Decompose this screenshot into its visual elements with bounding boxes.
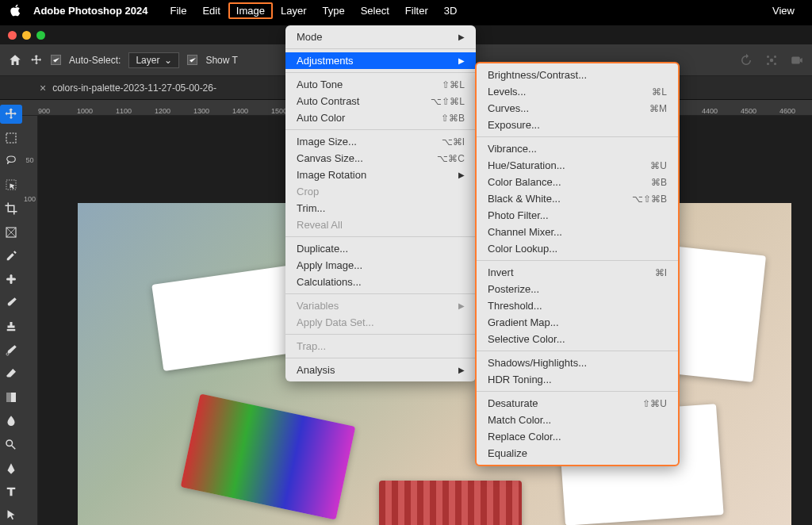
- window-close-button[interactable]: [8, 31, 17, 40]
- home-icon[interactable]: [8, 53, 22, 67]
- menu-item[interactable]: Replace Color...: [477, 428, 678, 445]
- svg-point-4: [774, 63, 776, 65]
- image-content: [151, 265, 305, 371]
- menu-item[interactable]: Trim...: [285, 200, 476, 217]
- menu-item[interactable]: Shadows/Highlights...: [477, 354, 678, 371]
- path-select-tool[interactable]: [0, 506, 22, 525]
- showtransform-checkbox[interactable]: [187, 55, 197, 65]
- menu-3d[interactable]: 3D: [436, 2, 465, 19]
- crop-tool[interactable]: [0, 199, 22, 218]
- svg-point-14: [6, 440, 13, 446]
- menu-item[interactable]: Photo Filter...: [477, 207, 678, 224]
- marquee-tool[interactable]: [0, 128, 22, 148]
- ruler-vertical: 50100: [22, 116, 38, 525]
- menu-item[interactable]: Image Size...⌥⌘I: [285, 133, 476, 150]
- menu-layer[interactable]: Layer: [273, 2, 315, 19]
- menu-item[interactable]: Match Color...: [477, 412, 678, 428]
- menu-item[interactable]: Levels...⌘L: [477, 83, 678, 100]
- menu-image[interactable]: Image: [228, 2, 273, 19]
- healing-tool[interactable]: [0, 270, 22, 289]
- menu-item[interactable]: Invert⌘I: [477, 264, 678, 281]
- menu-item[interactable]: Channel Mixer...: [477, 224, 678, 240]
- macos-menubar: Adobe Photoshop 2024 File Edit Image Lay…: [0, 0, 812, 21]
- layer-select[interactable]: Layer⌄: [128, 52, 179, 68]
- menu-item[interactable]: Mode▶: [285, 29, 476, 45]
- menu-item[interactable]: Color Lookup...: [477, 240, 678, 257]
- menu-item[interactable]: Apply Image...: [285, 257, 476, 274]
- menu-item[interactable]: Auto Contrast⌥⇧⌘L: [285, 93, 476, 109]
- dodge-tool[interactable]: [0, 435, 22, 454]
- history-brush-tool[interactable]: [0, 341, 22, 360]
- frame-tool[interactable]: [0, 223, 22, 242]
- menu-item: Crop: [285, 183, 476, 200]
- menu-item[interactable]: Auto Tone⇧⌘L: [285, 76, 476, 93]
- autoselect-checkbox[interactable]: [51, 55, 61, 65]
- pen-tool[interactable]: [0, 459, 22, 478]
- menu-item[interactable]: Brightness/Contrast...: [477, 67, 678, 83]
- menu-item[interactable]: Curves...⌘M: [477, 100, 678, 117]
- menu-item[interactable]: Posterize...: [477, 281, 678, 297]
- svg-rect-6: [6, 133, 16, 143]
- menu-item: Variables▶: [285, 297, 476, 314]
- menu-item[interactable]: Color Balance...⌘B: [477, 174, 678, 190]
- menu-item[interactable]: Desaturate⇧⌘U: [477, 395, 678, 412]
- menu-item[interactable]: Gradient Map...: [477, 314, 678, 331]
- brush-tool[interactable]: [0, 293, 22, 312]
- window-minimize-button[interactable]: [22, 31, 31, 40]
- svg-rect-5: [791, 56, 800, 63]
- menu-select[interactable]: Select: [353, 2, 397, 19]
- showtransform-label: Show T: [205, 55, 237, 66]
- menu-item[interactable]: Hue/Saturation...⌘U: [477, 157, 678, 174]
- menu-item[interactable]: Selective Color...: [477, 331, 678, 347]
- menu-item[interactable]: HDR Toning...: [477, 371, 678, 388]
- menu-item[interactable]: Duplicate...: [285, 240, 476, 257]
- lasso-tool[interactable]: [0, 152, 22, 171]
- menu-edit[interactable]: Edit: [194, 2, 228, 19]
- menu-item[interactable]: Threshold...: [477, 297, 678, 314]
- camera-icon[interactable]: [790, 53, 804, 67]
- refresh-icon[interactable]: [739, 53, 753, 67]
- svg-point-2: [774, 56, 776, 58]
- menu-file[interactable]: File: [162, 2, 194, 19]
- menu-filter[interactable]: Filter: [397, 2, 436, 19]
- tab-filename[interactable]: colors-in-palette-2023-11-27-05-00-26-: [52, 82, 216, 94]
- menu-item[interactable]: Adjustments▶: [285, 52, 476, 69]
- 3d-icon[interactable]: [764, 53, 779, 67]
- gradient-tool[interactable]: [0, 388, 22, 407]
- svg-point-1: [767, 56, 769, 58]
- tab-close-icon[interactable]: ×: [40, 82, 46, 94]
- eraser-tool[interactable]: [0, 365, 22, 384]
- move-tool-icon: [30, 54, 43, 67]
- tools-panel: [0, 100, 22, 525]
- menu-item[interactable]: Calculations...: [285, 274, 476, 290]
- type-tool[interactable]: [0, 483, 22, 502]
- stamp-tool[interactable]: [0, 317, 22, 336]
- svg-point-0: [770, 58, 774, 62]
- menu-item[interactable]: Equalize: [477, 445, 678, 462]
- menu-item[interactable]: Exposure...: [477, 117, 678, 133]
- menu-item[interactable]: Canvas Size...⌥⌘C: [285, 150, 476, 167]
- svg-point-3: [767, 63, 769, 65]
- autoselect-label: Auto-Select:: [69, 55, 121, 66]
- menu-item[interactable]: Image Rotation▶: [285, 167, 476, 183]
- blur-tool[interactable]: [0, 412, 22, 431]
- eyedropper-tool[interactable]: [0, 247, 22, 266]
- svg-rect-13: [6, 393, 11, 402]
- menu-item[interactable]: Analysis▶: [285, 362, 476, 378]
- window-controls: [8, 31, 45, 40]
- menu-type[interactable]: Type: [315, 2, 353, 19]
- svg-point-11: [6, 353, 9, 355]
- object-select-tool[interactable]: [0, 175, 22, 194]
- move-tool[interactable]: [0, 105, 22, 124]
- menu-item: Trap...: [285, 338, 476, 354]
- window-maximize-button[interactable]: [36, 31, 45, 40]
- image-menu-dropdown: Mode▶Adjustments▶Auto Tone⇧⌘LAuto Contra…: [285, 25, 476, 381]
- adjustments-submenu: Brightness/Contrast...Levels...⌘LCurves.…: [475, 62, 680, 466]
- menu-item[interactable]: Auto Color⇧⌘B: [285, 109, 476, 126]
- image-content: [181, 394, 356, 520]
- menu-view[interactable]: View: [764, 2, 802, 19]
- menu-item[interactable]: Vibrance...: [477, 140, 678, 157]
- svg-rect-10: [10, 274, 13, 284]
- menu-item[interactable]: Black & White...⌥⇧⌘B: [477, 190, 678, 207]
- image-content: [379, 481, 522, 525]
